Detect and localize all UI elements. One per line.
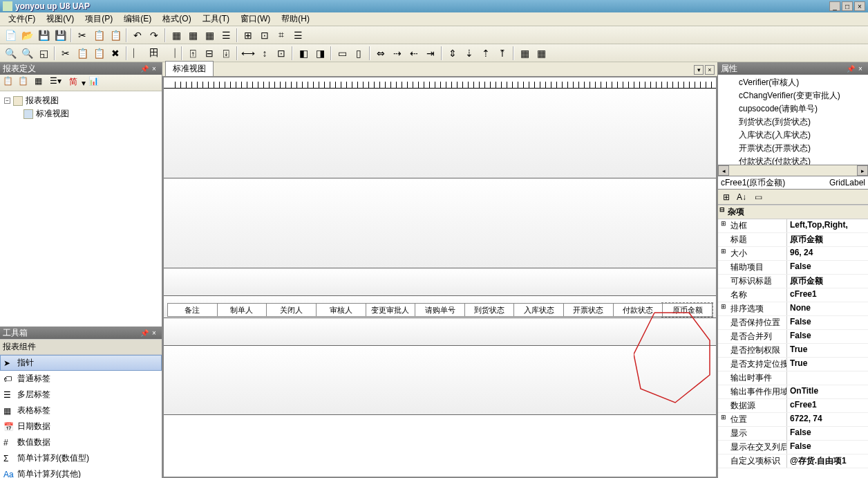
pin-icon[interactable]: 📌 — [846, 64, 856, 73]
paste2-button[interactable]: 📋 — [91, 46, 106, 61]
toolbox-item-number[interactable]: #数值数据 — [0, 434, 162, 450]
align-middle-button[interactable]: ⊟ — [202, 46, 217, 61]
pin-icon[interactable]: 📌 — [140, 64, 149, 73]
hspace-dec-button[interactable]: ⇠ — [406, 46, 422, 61]
design-canvas[interactable]: 备注 制单人 关闭人 审核人 变更审批人 请购单号 到货状态 入库状态 开票状态… — [162, 76, 717, 478]
vspace-eq-button[interactable]: ⇕ — [445, 46, 460, 61]
list-item[interactable]: 开票状态(开票状态) — [719, 142, 867, 155]
same-width-button[interactable]: ⟷ — [240, 46, 256, 61]
menu-format[interactable]: 格式(O) — [157, 12, 196, 26]
zoom-fit-button[interactable]: ◱ — [36, 46, 51, 61]
same-height-button[interactable]: ↕ — [257, 46, 272, 61]
tb-btn-1[interactable]: ▦ — [169, 28, 184, 43]
tab-dropdown-icon[interactable]: ▾ — [694, 65, 704, 75]
vspace-rem-button[interactable]: ⤒ — [495, 46, 510, 61]
scroll-left-icon[interactable]: ◂ — [718, 165, 729, 176]
property-row[interactable]: 显示在交叉列后面False — [718, 441, 868, 454]
property-value[interactable]: True — [787, 344, 868, 357]
property-row[interactable]: 输出事件作用域OnTitle — [718, 385, 868, 399]
tree-child[interactable]: 标准视图 — [3, 107, 159, 120]
mtb-btn-2[interactable]: 📋 — [18, 76, 32, 90]
property-value[interactable]: 原币金额 — [787, 233, 868, 246]
list-item[interactable]: 到货状态(到货状态) — [719, 116, 867, 129]
report-band-2[interactable] — [164, 178, 716, 268]
col-verifier[interactable]: 审核人 — [316, 303, 366, 317]
tb-btn-7[interactable]: ⌗ — [274, 28, 289, 43]
copy-button[interactable]: 📋 — [91, 28, 106, 43]
property-row[interactable]: 数据源cFree1 — [718, 399, 868, 413]
col-amount[interactable]: 原币金额 — [662, 303, 713, 317]
menu-tools[interactable]: 工具(T) — [197, 12, 235, 26]
col-maker[interactable]: 制单人 — [217, 303, 267, 317]
menu-edit[interactable]: 编辑(E) — [118, 12, 157, 26]
prop-pages-icon[interactable]: ▭ — [751, 191, 765, 203]
hspace-eq-button[interactable]: ⇔ — [373, 46, 388, 61]
group-button[interactable]: ▭ — [334, 46, 350, 61]
same-size-button[interactable]: ⊡ — [274, 46, 289, 61]
vspace-dec-button[interactable]: ⇡ — [478, 46, 493, 61]
property-row[interactable]: 标题原币金额 — [718, 233, 868, 247]
property-value[interactable]: cFree1 — [787, 288, 868, 302]
object-list[interactable]: cVerifier(审核人) cChangVerifier(变更审批人) cup… — [718, 75, 868, 165]
col-reqcode[interactable]: 请购单号 — [415, 303, 464, 317]
col-payment[interactable]: 付款状态 — [613, 303, 663, 317]
close-button[interactable]: × — [854, 1, 865, 11]
bring-front-button[interactable]: ◧ — [296, 46, 311, 61]
col-arrive[interactable]: 到货状态 — [464, 303, 514, 317]
copy2-button[interactable]: 📋 — [75, 46, 90, 61]
zoom-out-button[interactable]: 🔍 — [19, 46, 35, 61]
report-band-header[interactable]: 备注 制单人 关闭人 审核人 变更审批人 请购单号 到货状态 入库状态 开票状态… — [164, 296, 716, 318]
collapse-icon[interactable]: − — [4, 98, 10, 104]
property-row[interactable]: 位置6722, 74 — [718, 413, 868, 427]
prop-category[interactable]: 杂项 — [718, 205, 868, 219]
minimize-button[interactable]: _ — [829, 1, 840, 11]
hspace-rem-button[interactable]: ⇥ — [423, 46, 438, 61]
toolbox-item-calc-other[interactable]: Aa简单计算列(其他) — [0, 466, 162, 478]
cut-button[interactable]: ✂ — [75, 28, 90, 43]
delete-button[interactable]: ✖ — [108, 46, 123, 61]
toolbox-item-label[interactable]: 🏷普通标签 — [0, 371, 162, 387]
hspace-inc-button[interactable]: ⇢ — [390, 46, 405, 61]
col-changeverifier[interactable]: 变更审批人 — [366, 303, 415, 317]
property-row[interactable]: 边框Left,Top,Right, — [718, 219, 868, 233]
property-value[interactable]: False — [787, 330, 868, 343]
property-row[interactable]: 是否控制权限True — [718, 344, 868, 358]
save-button[interactable]: 💾 — [36, 28, 51, 43]
toolbox-item-pointer[interactable]: ➤指针 — [0, 355, 162, 371]
col-remark[interactable]: 备注 — [167, 303, 217, 317]
saveall-button[interactable]: 💾 — [53, 28, 68, 43]
grid-button[interactable]: ▦ — [517, 46, 532, 61]
property-value[interactable]: @存货.自由项1 — [787, 454, 868, 468]
property-value[interactable]: 96, 24 — [787, 247, 868, 260]
toolbox-item-calc-num[interactable]: Σ简单计算列(数值型) — [0, 450, 162, 466]
menu-window[interactable]: 窗口(W) — [235, 12, 276, 26]
property-grid[interactable]: 杂项 边框Left,Top,Right,标题原币金额大小96, 24辅助项目Fa… — [718, 205, 868, 478]
maximize-button[interactable]: □ — [842, 1, 853, 11]
align-right-button[interactable]: ⎹ — [163, 46, 178, 61]
vspace-inc-button[interactable]: ⇣ — [462, 46, 477, 61]
redo-button[interactable]: ↷ — [147, 28, 162, 43]
mtb-dropdown[interactable]: 简 — [66, 76, 80, 90]
property-row[interactable]: 自定义项标识@存货.自由项1 — [718, 454, 868, 468]
toolbox-group[interactable]: 报表组件 — [0, 339, 162, 355]
menu-view[interactable]: 视图(V) — [41, 12, 79, 26]
menu-help[interactable]: 帮助(H) — [276, 12, 315, 26]
categorized-icon[interactable]: ⊞ — [719, 191, 733, 203]
paste-button[interactable]: 📋 — [108, 28, 123, 43]
mtb-btn-3[interactable]: ▦ — [35, 76, 48, 90]
property-value[interactable]: False — [787, 427, 868, 440]
report-band-3[interactable] — [164, 268, 716, 296]
report-tree[interactable]: − 报表视图 标准视图 — [0, 91, 162, 327]
property-row[interactable]: 是否支持定位搜索True — [718, 358, 868, 371]
send-back-button[interactable]: ◨ — [312, 46, 328, 61]
property-value[interactable]: True — [787, 358, 868, 371]
tab-close-icon[interactable]: × — [705, 65, 715, 75]
property-row[interactable]: 辅助项目False — [718, 261, 868, 275]
mtb-btn-5[interactable]: 📊 — [88, 76, 102, 90]
list-item[interactable]: 付款状态(付款状态) — [719, 155, 867, 165]
align-center-button[interactable]: 田 — [147, 46, 162, 61]
property-row[interactable]: 排序选项None — [718, 302, 868, 316]
toolbox-item-date[interactable]: 📅日期数据 — [0, 419, 162, 434]
property-value[interactable]: False — [787, 316, 868, 329]
align-left-button[interactable]: ⎸ — [130, 46, 145, 61]
